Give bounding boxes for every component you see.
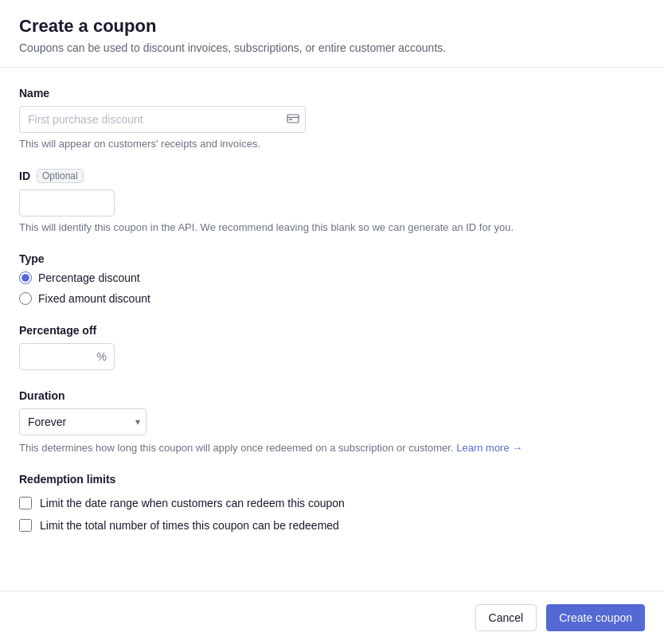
learn-more-link[interactable]: Learn more → [456, 442, 522, 454]
page-header: Create a coupon Coupons can be used to d… [0, 0, 664, 68]
radio-fixed[interactable]: Fixed amount discount [19, 292, 645, 305]
duration-field-group: Duration Forever Once Repeating ▾ This d… [19, 389, 645, 454]
id-hint: This will identify this coupon in the AP… [19, 221, 645, 233]
radio-percentage[interactable]: Percentage discount [19, 271, 645, 284]
name-input[interactable] [19, 106, 306, 133]
optional-badge: Optional [37, 169, 84, 183]
type-radio-group: Percentage discount Fixed amount discoun… [19, 271, 645, 305]
duration-select[interactable]: Forever Once Repeating [19, 408, 146, 435]
duration-hint: This determines how long this coupon wil… [19, 442, 645, 454]
id-label: ID Optional [19, 169, 645, 183]
page-title: Create a coupon [19, 16, 645, 37]
percentage-off-input[interactable] [19, 343, 115, 370]
cancel-button[interactable]: Cancel [475, 604, 537, 631]
redemption-limits-section: Redemption limits Limit the date range w… [19, 473, 645, 532]
id-input[interactable] [19, 189, 115, 217]
percentage-off-label: Percentage off [19, 324, 645, 337]
radio-fixed-label: Fixed amount discount [38, 292, 150, 305]
name-field-group: Name This will appear on customers' rece… [19, 87, 645, 150]
name-label: Name [19, 87, 645, 100]
page-subtitle: Coupons can be used to discount invoices… [19, 41, 645, 54]
percentage-off-field-group: Percentage off % [19, 324, 645, 370]
type-label: Type [19, 252, 645, 265]
duration-label: Duration [19, 389, 645, 402]
form-section: Name This will appear on customers' rece… [0, 68, 664, 551]
page-container: Create a coupon Coupons can be used to d… [0, 0, 664, 644]
checkbox-total-limit-label: Limit the total number of times this cou… [40, 519, 339, 532]
radio-percentage-input[interactable] [19, 271, 32, 284]
redemption-checkbox-group: Limit the date range when customers can … [19, 497, 645, 532]
radio-fixed-input[interactable] [19, 292, 32, 305]
checkbox-total-limit-input[interactable] [19, 519, 32, 532]
checkbox-total-limit[interactable]: Limit the total number of times this cou… [19, 519, 645, 532]
name-input-wrapper [19, 106, 306, 133]
form-footer: Cancel Create coupon [0, 591, 664, 644]
checkbox-date-range-input[interactable] [19, 497, 32, 509]
redemption-limits-title: Redemption limits [19, 473, 645, 486]
radio-percentage-label: Percentage discount [38, 271, 140, 284]
checkbox-date-range-label: Limit the date range when customers can … [40, 497, 345, 509]
percent-input-wrapper: % [19, 343, 115, 370]
name-hint: This will appear on customers' receipts … [19, 138, 645, 150]
type-field-group: Type Percentage discount Fixed amount di… [19, 252, 645, 305]
create-coupon-button[interactable]: Create coupon [546, 604, 645, 631]
checkbox-date-range[interactable]: Limit the date range when customers can … [19, 497, 645, 509]
duration-select-wrapper: Forever Once Repeating ▾ [19, 408, 146, 435]
id-field-group: ID Optional This will identify this coup… [19, 169, 645, 233]
